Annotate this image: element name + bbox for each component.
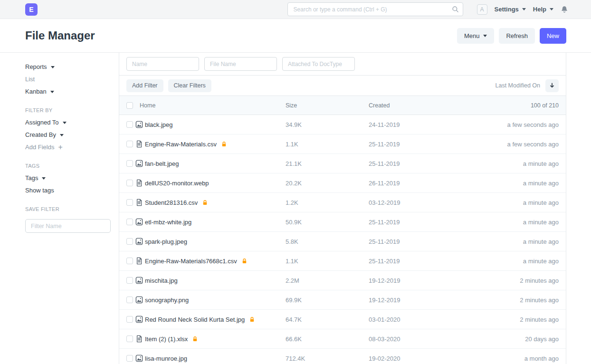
file-name-filter-input[interactable] xyxy=(204,57,277,71)
settings-menu[interactable]: Settings xyxy=(495,6,526,13)
file-link[interactable]: Item (2) (1).xlsx xyxy=(145,335,188,343)
file-link[interactable]: mischita.jpg xyxy=(145,277,178,284)
lock-icon xyxy=(241,258,248,264)
attached-to-doctype-filter-input[interactable] xyxy=(282,57,355,71)
created-by-label: Created By xyxy=(25,132,56,138)
row-checkbox[interactable] xyxy=(126,219,133,225)
plus-icon: + xyxy=(58,144,62,150)
notifications-bell-icon[interactable] xyxy=(561,6,568,13)
file-link[interactable]: dellUS20-monitor.webp xyxy=(145,180,209,187)
file-size: 5.8K xyxy=(286,238,369,245)
image-file-icon xyxy=(135,354,143,362)
file-modified-ago: a minute ago xyxy=(471,258,559,265)
filter-name-input[interactable] xyxy=(25,219,111,233)
file-link[interactable]: black.jpeg xyxy=(145,121,173,128)
doc-file-icon xyxy=(135,335,143,343)
sidebar-item-reports[interactable]: Reports xyxy=(25,64,111,70)
sidebar-item-show-tags[interactable]: Show tags xyxy=(25,187,111,194)
file-size: 20.2K xyxy=(286,180,369,187)
page-head: File Manager Menu Refresh New xyxy=(0,19,591,53)
page-title: File Manager xyxy=(25,29,95,42)
sidebar: Reports List Kanban FILTER BY Assigned T… xyxy=(25,53,111,233)
menu-button-label: Menu xyxy=(464,32,480,39)
table-row[interactable]: Engine-Raw-Materials.csv1.1K25-11-2019a … xyxy=(119,134,566,154)
menu-button[interactable]: Menu xyxy=(457,28,495,44)
file-name-cell: sonography.png xyxy=(145,297,286,304)
list-label: List xyxy=(25,76,35,83)
chevron-down-icon xyxy=(60,134,64,136)
file-size: 66.6K xyxy=(286,335,369,343)
tags-section-label: TAGS xyxy=(25,163,111,169)
file-link[interactable]: sonography.png xyxy=(145,297,189,304)
search-icon[interactable] xyxy=(452,6,459,13)
sidebar-item-created-by[interactable]: Created By xyxy=(25,132,111,138)
sort-field-label[interactable]: Last Modified On xyxy=(496,82,541,89)
row-checkbox[interactable] xyxy=(126,355,133,362)
file-size: 34.9K xyxy=(286,121,369,128)
file-link[interactable]: Engine-Raw-Materials.csv xyxy=(145,141,217,148)
file-modified-ago: 2 minutes ago xyxy=(471,297,559,304)
add-filter-button[interactable]: Add Filter xyxy=(126,79,163,92)
file-size: 1.1K xyxy=(286,258,369,265)
file-link[interactable]: Engine-Raw-Materials7668c1.csv xyxy=(145,258,237,265)
header-home[interactable]: Home xyxy=(140,102,286,109)
help-menu[interactable]: Help xyxy=(533,6,553,13)
file-link[interactable]: Student281316.csv xyxy=(145,199,198,206)
row-checkbox[interactable] xyxy=(126,335,133,342)
row-checkbox[interactable] xyxy=(126,238,133,245)
row-checkbox[interactable] xyxy=(126,258,133,264)
table-row[interactable]: Engine-Raw-Materials7668c1.csv1.1K25-11-… xyxy=(119,251,566,271)
row-checkbox[interactable] xyxy=(126,199,133,206)
row-checkbox[interactable] xyxy=(126,316,133,323)
file-link[interactable]: spark-plug.jpeg xyxy=(145,238,187,245)
chevron-down-icon xyxy=(63,122,67,124)
table-row[interactable]: Red Round Neck Solid Kurta Set.jpg64.7K0… xyxy=(119,310,566,329)
sidebar-item-assigned-to[interactable]: Assigned To xyxy=(25,119,111,126)
search-input[interactable] xyxy=(287,2,463,16)
refresh-button[interactable]: Refresh xyxy=(499,28,535,44)
file-link[interactable]: fan-belt.jpeg xyxy=(145,160,179,167)
table-row[interactable]: dellUS20-monitor.webp20.2K26-11-2019a mi… xyxy=(119,173,566,193)
sidebar-item-add-fields[interactable]: Add Fields+ xyxy=(25,144,111,151)
clear-filters-button[interactable]: Clear Filters xyxy=(168,79,211,92)
lock-icon xyxy=(202,200,208,206)
save-filter-section-label: SAVE FILTER xyxy=(25,206,111,212)
row-checkbox[interactable] xyxy=(126,141,133,147)
table-row[interactable]: fan-belt.jpeg21.1K25-11-2019a minute ago xyxy=(119,154,566,173)
row-checkbox[interactable] xyxy=(126,160,133,167)
image-file-icon xyxy=(135,160,143,167)
file-created-date: 25-11-2019 xyxy=(369,219,471,226)
table-row[interactable]: etl-mbz-white.jpg50.9K25-11-2019a minute… xyxy=(119,212,566,232)
row-checkbox[interactable] xyxy=(126,277,133,284)
row-checkbox[interactable] xyxy=(126,297,133,303)
sidebar-item-tags[interactable]: Tags xyxy=(25,175,111,182)
file-link[interactable]: Red Round Neck Solid Kurta Set.jpg xyxy=(145,316,245,323)
file-type-icon xyxy=(135,354,145,362)
table-row[interactable]: mischita.jpg2.2M19-12-20192 minutes ago xyxy=(119,271,566,290)
file-modified-ago: a minute ago xyxy=(471,199,559,206)
lock-icon xyxy=(192,336,198,342)
name-filter-input[interactable] xyxy=(126,57,199,71)
navbar: E A Settings Help xyxy=(0,0,591,19)
table-row[interactable]: sonography.png69.9K19-12-20192 minutes a… xyxy=(119,290,566,310)
table-row[interactable]: Item (2) (1).xlsx66.6K08-03-202020 days … xyxy=(119,329,566,349)
file-type-icon xyxy=(135,335,145,343)
table-row[interactable]: spark-plug.jpeg5.8K25-11-2019a minute ag… xyxy=(119,232,566,251)
sidebar-item-list[interactable]: List xyxy=(25,76,111,83)
row-checkbox[interactable] xyxy=(126,180,133,186)
file-size: 64.7K xyxy=(286,316,369,323)
file-link[interactable]: lisa-munroe.jpg xyxy=(145,355,187,362)
row-checkbox[interactable] xyxy=(126,121,133,128)
select-all-checkbox[interactable] xyxy=(126,102,133,109)
chevron-down-icon xyxy=(50,91,54,93)
sort-direction-button[interactable] xyxy=(545,79,559,92)
avatar[interactable]: A xyxy=(477,4,487,15)
file-link[interactable]: etl-mbz-white.jpg xyxy=(145,219,191,226)
sidebar-item-kanban[interactable]: Kanban xyxy=(25,88,111,95)
new-button[interactable]: New xyxy=(540,28,566,44)
table-row[interactable]: black.jpeg34.9K24-11-2019a few seconds a… xyxy=(119,115,566,134)
table-row[interactable]: lisa-munroe.jpg712.4K19-02-2020a month a… xyxy=(119,349,566,364)
table-row[interactable]: Student281316.csv1.2K03-12-2019a minute … xyxy=(119,193,566,212)
app-logo[interactable]: E xyxy=(25,3,38,16)
settings-label: Settings xyxy=(495,6,519,13)
